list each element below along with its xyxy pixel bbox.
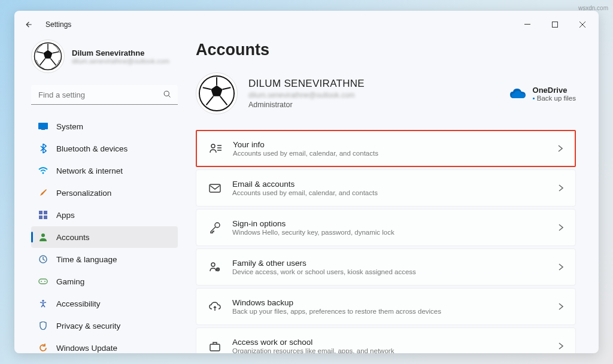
titlebar: Settings (14, 11, 599, 38)
nav-list: System Bluetooth & devices Network & int… (31, 116, 178, 353)
svg-point-8 (43, 172, 44, 174)
shield-icon (38, 321, 48, 330)
window-controls (514, 13, 596, 36)
card-signin-options[interactable]: Sign-in optionsWindows Hello, security k… (196, 209, 576, 246)
wifi-icon (38, 166, 48, 175)
account-role: Administrator (248, 101, 499, 109)
watermark: wsxdn.com (578, 5, 608, 11)
onedrive-icon (510, 89, 526, 99)
nav-label: Accessibility (56, 299, 101, 308)
chevron-right-icon (559, 224, 563, 231)
onedrive-card[interactable]: OneDrive Back up files (510, 86, 576, 102)
minimize-button[interactable] (514, 13, 541, 36)
nav-label: Privacy & security (56, 321, 120, 330)
nav-label: Personalization (56, 189, 111, 198)
card-email-accounts[interactable]: Email & accountsAccounts used by email, … (196, 169, 576, 207)
gaming-icon (38, 277, 48, 286)
nav-label: Windows Update (56, 344, 117, 353)
svg-rect-12 (44, 216, 47, 219)
sidebar-item-gaming[interactable]: Gaming (31, 271, 178, 292)
svg-rect-1 (553, 22, 558, 28)
profile-email: dilum.senevirathne@outlook.com (72, 57, 169, 65)
card-backup[interactable]: Windows backupBack up your files, apps, … (196, 288, 576, 325)
sidebar-item-accounts[interactable]: Accounts (31, 226, 178, 248)
chevron-right-icon (559, 184, 563, 192)
svg-point-27 (211, 263, 215, 266)
account-avatar (196, 72, 238, 114)
briefcase-icon (208, 341, 221, 351)
backup-icon (208, 302, 221, 311)
sidebar-item-accessibility[interactable]: Accessibility (31, 293, 178, 314)
search-box (31, 85, 178, 105)
profile-name: Dilum Senevirathne (72, 48, 169, 57)
account-email: dilum.senevirathne@outlook.com (248, 91, 499, 99)
card-sub: Accounts used by email, calendar, and co… (232, 189, 548, 196)
email-icon (208, 184, 221, 193)
accessibility-icon (38, 299, 48, 308)
sidebar-item-system[interactable]: System (31, 116, 178, 137)
avatar (31, 40, 65, 73)
card-your-info[interactable]: Your infoAccounts used by email, calenda… (196, 130, 576, 167)
sidebar-item-apps[interactable]: Apps (31, 204, 178, 226)
minimize-icon (524, 22, 530, 28)
bluetooth-icon (38, 144, 48, 153)
content: Dilum Senevirathne dilum.senevirathne@ou… (14, 38, 599, 353)
maximize-icon (552, 22, 558, 28)
sidebar-item-bluetooth[interactable]: Bluetooth & devices (31, 138, 178, 159)
sidebar: Dilum Senevirathne dilum.senevirathne@ou… (14, 38, 185, 353)
sidebar-profile[interactable]: Dilum Senevirathne dilum.senevirathne@ou… (31, 40, 178, 73)
card-work-school[interactable]: Access work or schoolOrganization resour… (196, 327, 576, 353)
svg-point-17 (44, 281, 45, 282)
search-input[interactable] (31, 85, 178, 105)
svg-rect-10 (44, 211, 47, 214)
update-icon (38, 343, 48, 353)
svg-point-21 (211, 144, 215, 148)
nav-label: Apps (56, 211, 75, 220)
close-icon (579, 22, 585, 28)
nav-label: System (56, 122, 83, 131)
card-sub: Accounts used by email, calendar, and co… (233, 150, 547, 157)
apps-icon (38, 210, 48, 220)
chevron-right-icon (558, 145, 563, 152)
svg-rect-9 (39, 211, 43, 214)
nav-label: Network & internet (56, 166, 123, 175)
onedrive-sub: Back up files (533, 95, 576, 102)
nav-label: Bluetooth & devices (56, 144, 128, 153)
onedrive-title: OneDrive (533, 86, 576, 95)
sidebar-item-privacy[interactable]: Privacy & security (31, 315, 178, 336)
svg-rect-6 (38, 123, 48, 129)
svg-point-13 (41, 233, 45, 237)
sidebar-item-personalization[interactable]: Personalization (31, 182, 178, 204)
search-icon (163, 90, 172, 99)
app-title: Settings (45, 20, 71, 29)
svg-rect-7 (41, 129, 45, 130)
card-title: Sign-in options (232, 219, 548, 228)
card-sub: Back up your files, apps, preferences to… (232, 308, 548, 315)
card-title: Your info (233, 140, 547, 149)
person-icon (38, 232, 48, 242)
back-arrow-icon (25, 20, 33, 29)
clock-icon (38, 254, 48, 264)
svg-rect-11 (39, 216, 43, 219)
sidebar-item-network[interactable]: Network & internet (31, 160, 178, 181)
nav-label: Gaming (56, 277, 84, 286)
sidebar-item-time[interactable]: Time & language (31, 248, 178, 270)
nav-label: Time & language (56, 255, 117, 264)
svg-rect-0 (524, 24, 530, 25)
system-icon (38, 122, 48, 131)
card-sub: Device access, work or school users, kio… (232, 268, 548, 275)
card-list: Your infoAccounts used by email, calenda… (196, 130, 576, 353)
svg-rect-25 (210, 184, 220, 192)
account-name: DILUM SENEVIRATHNE (248, 78, 499, 90)
card-family[interactable]: Family & other usersDevice access, work … (196, 248, 576, 286)
main-panel: Accounts DILUM SENEVIRATHNE dilum.senevi… (185, 38, 599, 353)
card-sub: Organization resources like email, apps,… (232, 347, 548, 353)
svg-rect-31 (210, 344, 220, 351)
maximize-button[interactable] (541, 13, 569, 36)
back-button[interactable] (17, 13, 41, 37)
key-icon (208, 222, 221, 233)
card-sub: Windows Hello, security key, password, d… (232, 229, 548, 236)
sidebar-item-update[interactable]: Windows Update (31, 337, 178, 353)
your-info-icon (209, 143, 222, 154)
close-button[interactable] (569, 13, 596, 36)
